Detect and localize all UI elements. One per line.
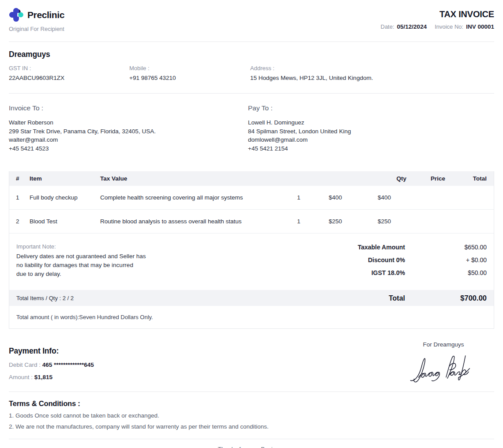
- note-and-summary: Important Note: Delivery dates are not g…: [9, 233, 494, 290]
- footer-thanks: Thanks for your Business: [9, 439, 494, 448]
- summary-row-taxable: Taxable Amount $650.00: [301, 244, 487, 256]
- date-value: 05/12/2024: [397, 23, 427, 30]
- signature-image: [407, 349, 480, 389]
- row-description: Complete health screening covering all m…: [100, 194, 286, 201]
- row-item: Blood Test: [30, 218, 100, 225]
- company-address: Address : 15 Hodges Mews, HP12 3JL, Unit…: [250, 65, 494, 81]
- term-item: 2. We are not the manufactures, company …: [9, 423, 494, 430]
- mobile-label: Mobile :: [129, 65, 250, 72]
- col-header-item: Item: [30, 175, 100, 182]
- copy-type-label: Original For Recipient: [9, 26, 64, 32]
- row-price: $400: [311, 194, 360, 201]
- invoice-meta: TAX INVOICE Date: 05/12/2024 Invoice No:…: [381, 8, 495, 41]
- note-label: Important Note:: [16, 243, 301, 250]
- row-item: Full body checkup: [30, 194, 100, 201]
- medical-cross-icon: [9, 8, 23, 22]
- items-table: # Item Tax Value Qty Price Total 1 Full …: [9, 171, 494, 329]
- invoice-page: Preclinic Original For Recipient TAX INV…: [0, 0, 503, 448]
- invoice-header: Preclinic Original For Recipient TAX INV…: [9, 0, 494, 42]
- invoice-to-name: Walter Roberson: [9, 118, 248, 127]
- row-num: 2: [9, 218, 30, 225]
- address-label: Address :: [250, 65, 494, 72]
- summary-value: + $0.00: [405, 256, 487, 264]
- row-total: $400: [360, 194, 409, 201]
- invoice-to-block: Invoice To : Walter Roberson 299 Star Tr…: [9, 104, 248, 164]
- row-qty: 1: [286, 194, 311, 201]
- amount-line: Amount : $1,815: [9, 374, 94, 380]
- summary-label: Taxable Amount: [358, 244, 405, 251]
- gst-value: 22AABCU9603R1ZX: [9, 75, 129, 81]
- debit-card-value: 465 *************645: [42, 361, 94, 368]
- row-description: Routine blood analysis to assess overall…: [100, 218, 286, 225]
- col-header-qty: Qty: [380, 175, 406, 182]
- signature-block: For Dreamguys: [393, 329, 494, 392]
- for-company-label: For Dreamguys: [393, 341, 494, 348]
- invoice-number: Invoice No: INV 00001: [435, 23, 494, 30]
- note-line: Delivery dates are not guaranteed and Se…: [16, 252, 301, 260]
- table-header-row: # Item Tax Value Qty Price Total: [9, 171, 494, 186]
- summary-block: Taxable Amount $650.00 Discount 0% + $0.…: [301, 243, 487, 282]
- company-mobile: Mobile : +91 98765 43210: [129, 65, 250, 81]
- invoice-no-value: INV 00001: [466, 23, 494, 30]
- amount-value: $1,815: [34, 374, 53, 380]
- company-name: Dreamguys: [9, 50, 494, 59]
- table-row: 2 Blood Test Routine blood analysis to a…: [9, 210, 494, 233]
- amount-in-words: Total amount ( in words):Seven Hundred D…: [9, 306, 494, 328]
- invoice-to-label: Invoice To :: [9, 104, 248, 112]
- row-total: $250: [360, 218, 409, 225]
- address-value: 15 Hodges Mews, HP12 3JL, United Kingdom…: [250, 75, 494, 81]
- row-qty: 1: [286, 218, 311, 225]
- invoice-date: Date: 05/12/2024: [381, 23, 427, 30]
- note-line: due to any delay.: [16, 270, 301, 278]
- invoice-no-label: Invoice No:: [435, 23, 463, 30]
- pay-to-block: Pay To : Lowell H. Dominguez 84 Spilman …: [248, 104, 494, 164]
- col-header-total: Total: [445, 175, 494, 182]
- col-header-price: Price: [406, 175, 445, 182]
- summary-value: $50.00: [405, 269, 487, 276]
- table-row: 1 Full body checkup Complete health scre…: [9, 186, 494, 210]
- brand-block: Preclinic Original For Recipient: [9, 8, 64, 41]
- col-header-tax-value: Tax Value: [100, 175, 380, 182]
- summary-label: IGST 18.0%: [372, 269, 405, 276]
- summary-value: $650.00: [405, 244, 487, 251]
- payment-info: Payment Info: Debit Card : 465 *********…: [9, 329, 94, 392]
- summary-row-igst: IGST 18.0% $50.00: [301, 269, 487, 282]
- term-item: 1. Goods Once sold cannot be taken back …: [9, 412, 494, 419]
- grand-total-label: Total: [389, 294, 405, 302]
- date-label: Date:: [381, 23, 394, 30]
- row-num: 1: [9, 194, 30, 201]
- debit-card-label: Debit Card :: [9, 361, 42, 368]
- summary-label: Discount 0%: [368, 256, 405, 264]
- pay-to-phone: +45 5421 2154: [248, 144, 494, 153]
- invoice-title: TAX INVOICE: [381, 9, 495, 19]
- pay-to-email: domlowell@gmail.com: [248, 136, 494, 144]
- row-price: $250: [311, 218, 360, 225]
- total-row: Total Items / Qty : 2 / 2 Total $700.00: [9, 290, 494, 306]
- pay-to-label: Pay To :: [248, 104, 494, 112]
- grand-total-value: $700.00: [405, 294, 487, 302]
- col-header-num: #: [9, 175, 30, 182]
- pay-to-name: Lowell H. Dominguez: [248, 118, 494, 127]
- invoice-to-email: walter@gmail.com: [9, 136, 248, 144]
- payment-signature-section: Payment Info: Debit Card : 465 *********…: [9, 329, 494, 392]
- debit-card-line: Debit Card : 465 *************645: [9, 361, 94, 368]
- invoice-to-address: 299 Star Trek Drive, Panama City, Florid…: [9, 127, 248, 136]
- brand-name: Preclinic: [27, 10, 64, 20]
- parties-section: Invoice To : Walter Roberson 299 Star Tr…: [9, 94, 494, 164]
- gst-label: GST IN :: [9, 65, 129, 72]
- amount-label: Amount :: [9, 374, 34, 380]
- company-section: Dreamguys GST IN : 22AABCU9603R1ZX Mobil…: [9, 42, 494, 94]
- terms-section: Terms & Conditions : 1. Goods Once sold …: [9, 392, 494, 439]
- company-gst: GST IN : 22AABCU9603R1ZX: [9, 65, 129, 81]
- mobile-value: +91 98765 43210: [129, 75, 250, 81]
- total-items-qty: Total Items / Qty : 2 / 2: [16, 295, 74, 301]
- payment-info-title: Payment Info:: [9, 346, 94, 356]
- terms-title: Terms & Conditions :: [9, 399, 494, 408]
- note-line: no liability for damages that may be inc…: [16, 261, 301, 269]
- pay-to-address: 84 Spilman Street, London United King: [248, 127, 494, 136]
- summary-row-discount: Discount 0% + $0.00: [301, 256, 487, 269]
- invoice-to-phone: +45 5421 4523: [9, 144, 248, 153]
- important-note: Important Note: Delivery dates are not g…: [16, 243, 301, 282]
